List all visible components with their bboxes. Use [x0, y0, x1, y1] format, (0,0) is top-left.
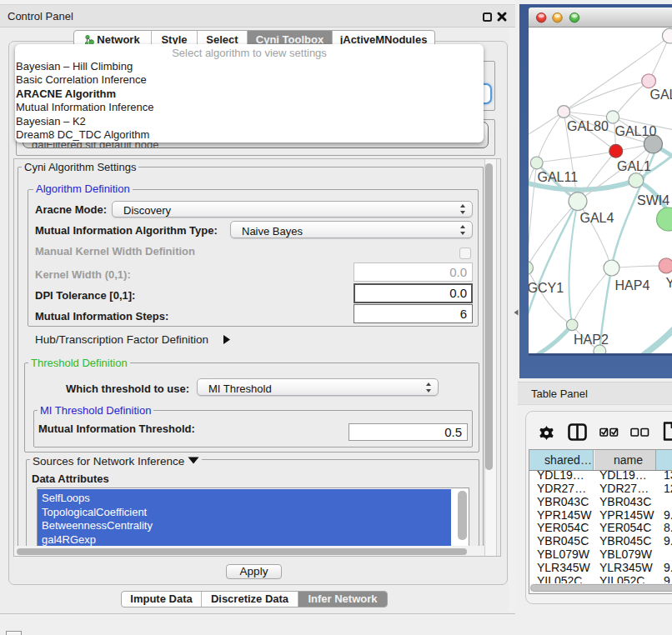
svg-text:GAL11: GAL11 — [538, 170, 579, 184]
svg-text:GCY1: GCY1 — [529, 281, 564, 295]
svg-text:SWI4: SWI4 — [637, 193, 669, 208]
svg-text:GAL7: GAL7 — [650, 88, 672, 102]
svg-text:GAL1: GAL1 — [617, 159, 651, 173]
svg-text:YM: YM — [666, 276, 672, 290]
svg-text:GAL80: GAL80 — [567, 119, 609, 133]
svg-text:GAL4: GAL4 — [580, 211, 614, 225]
svg-text:GAL10: GAL10 — [615, 124, 657, 138]
svg-text:HAP2: HAP2 — [574, 332, 609, 347]
svg-text:HAP4: HAP4 — [615, 278, 650, 292]
